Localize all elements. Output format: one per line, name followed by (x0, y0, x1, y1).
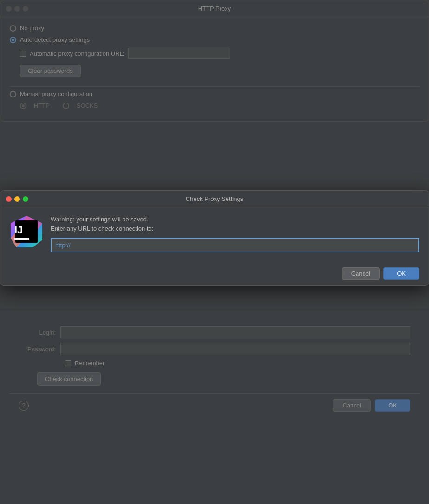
login-label: Login: (19, 329, 60, 336)
auto-detect-options: Automatic proxy configuration URL: Clear… (20, 48, 419, 82)
auto-config-url-row: Automatic proxy configuration URL: (20, 48, 419, 59)
http-socks-row: HTTP SOCKS (20, 102, 419, 109)
dialog-ok-button[interactable]: OK (384, 267, 419, 280)
minimize-traffic-light[interactable] (14, 6, 20, 12)
dialog-cancel-button[interactable]: Cancel (342, 267, 380, 280)
auto-config-checkbox[interactable] (20, 51, 26, 57)
auto-detect-row[interactable]: Auto-detect proxy settings (10, 36, 419, 43)
http-proxy-title: HTTP Proxy (198, 5, 231, 12)
help-button[interactable]: ? (19, 401, 29, 411)
no-proxy-label: No proxy (20, 25, 44, 32)
warning-line2: Enter any URL to check connection to: (51, 225, 153, 232)
login-input[interactable] (60, 326, 410, 338)
clear-passwords-button[interactable]: Clear passwords (20, 65, 81, 77)
password-row: Password: (19, 343, 410, 355)
password-input[interactable] (60, 343, 410, 355)
proxy-footer: ? Cancel OK (9, 393, 420, 417)
proxy-cancel-button[interactable]: Cancel (333, 399, 371, 412)
check-connection-button[interactable]: Check connection (37, 372, 101, 386)
maximize-traffic-light[interactable] (23, 6, 28, 12)
check-proxy-dialog: Check Proxy Settings (0, 190, 429, 286)
warning-line1: Warning: your settings will be saved. (51, 216, 149, 223)
auto-detect-label: Auto-detect proxy settings (20, 36, 90, 43)
divider (10, 86, 419, 87)
http-proxy-window: HTTP Proxy No proxy Auto-detect proxy se… (0, 0, 429, 122)
url-check-input[interactable] (51, 238, 419, 252)
svg-text:IJ: IJ (14, 224, 23, 236)
dialog-titlebar: Check Proxy Settings (0, 191, 429, 207)
dialog-text-area: Warning: your settings will be saved. En… (51, 215, 419, 252)
dialog-footer: Cancel OK (0, 262, 429, 285)
login-row: Login: (19, 326, 410, 338)
auto-config-label: Automatic proxy configuration URL: (30, 50, 124, 57)
remember-row: Remember (65, 360, 410, 367)
proxy-ok-button[interactable]: OK (375, 399, 410, 412)
close-traffic-light[interactable] (6, 6, 12, 12)
remember-checkbox[interactable] (65, 360, 71, 366)
auto-config-url-input[interactable] (128, 48, 230, 59)
warning-text: Warning: your settings will be saved. En… (51, 215, 419, 233)
no-proxy-radio[interactable] (10, 25, 16, 32)
http-radio[interactable] (20, 103, 26, 109)
proxy-content: No proxy Auto-detect proxy settings Auto… (0, 17, 429, 121)
dialog-minimize-light[interactable] (14, 196, 20, 202)
proxy-lower-section: Login: Password: Remember Check connecti… (0, 311, 429, 425)
password-label: Password: (19, 346, 60, 353)
manual-proxy-label: Manual proxy configuration (20, 90, 92, 97)
svg-rect-4 (14, 238, 29, 240)
dialog-title: Check Proxy Settings (186, 195, 243, 202)
remember-label: Remember (75, 360, 104, 367)
http-proxy-titlebar: HTTP Proxy (0, 0, 429, 17)
auto-detect-radio[interactable] (10, 37, 16, 43)
footer-actions: Cancel OK (333, 399, 410, 412)
socks-radio[interactable] (63, 103, 69, 109)
traffic-lights-proxy (6, 6, 28, 12)
no-proxy-row[interactable]: No proxy (10, 25, 419, 32)
intellij-logo: IJ (10, 215, 43, 248)
dialog-content: IJ Warning: your settings will be saved.… (0, 207, 429, 262)
dialog-traffic-lights (6, 196, 28, 202)
socks-label: SOCKS (77, 102, 98, 109)
http-label: HTTP (34, 102, 50, 109)
dialog-maximize-light[interactable] (23, 196, 28, 202)
manual-proxy-radio[interactable] (10, 91, 16, 97)
manual-proxy-row[interactable]: Manual proxy configuration (10, 90, 419, 97)
dialog-close-light[interactable] (6, 196, 12, 202)
